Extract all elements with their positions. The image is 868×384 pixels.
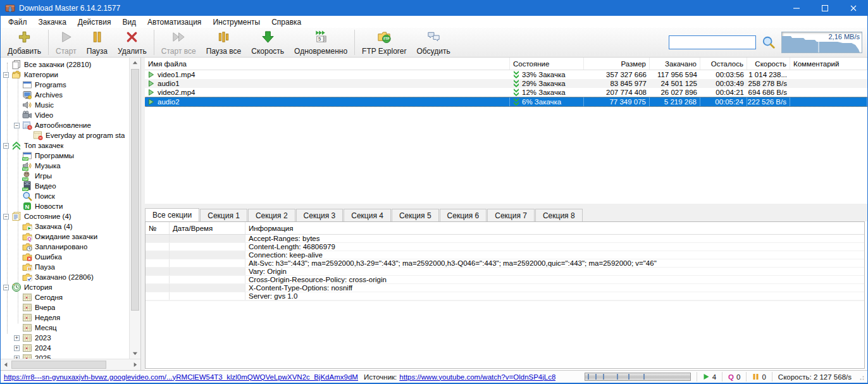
sidebar-item[interactable]: −Топ закачек <box>1 140 129 151</box>
tab-section-2[interactable]: Секция 2 <box>248 209 295 221</box>
sidebar-item[interactable]: −Состояние (4) <box>1 211 129 221</box>
sidebar-item[interactable]: TOPВидео <box>1 181 129 191</box>
toolbar-button-label: Добавить <box>8 47 41 56</box>
downloads-column-header[interactable]: Закачано <box>650 58 700 70</box>
search-input[interactable] <box>669 35 756 49</box>
sidebar-item[interactable]: Сегодня <box>1 292 129 302</box>
menu-item[interactable]: Действия <box>72 16 117 28</box>
close-button[interactable] <box>839 0 867 16</box>
sidebar-item[interactable]: Video <box>1 110 129 120</box>
tree-expand-toggle[interactable]: − <box>14 123 20 128</box>
minimize-button[interactable] <box>782 0 810 16</box>
toolbar-button-ftp-explorer[interactable]: FTPFTP Explorer <box>357 28 411 56</box>
schedule-icon <box>33 130 43 140</box>
scroll-right-icon[interactable] <box>130 360 140 369</box>
downloads-column-header[interactable]: Осталось <box>700 58 747 70</box>
sidebar-item[interactable]: +2024 <box>1 343 129 353</box>
toolbar-button-add[interactable]: Добавить <box>3 28 46 56</box>
toolbar-button-delete[interactable]: Удалить <box>113 28 152 56</box>
horizontal-splitter[interactable] <box>145 204 867 208</box>
tree-expand-toggle[interactable]: − <box>3 143 9 149</box>
menu-item[interactable]: Закачка <box>33 16 72 28</box>
sidebar-item[interactable]: Месяц <box>1 323 129 333</box>
menu-item[interactable]: Автоматизация <box>142 16 207 28</box>
sidebar-item[interactable]: Programs <box>1 80 129 90</box>
scroll-down-icon[interactable] <box>130 349 140 358</box>
scroll-thumb[interactable] <box>131 69 139 311</box>
sidebar-item[interactable]: TOPМузыка <box>1 161 129 171</box>
downloads-column-header[interactable]: Имя файла <box>145 58 510 70</box>
menu-item[interactable]: Вид <box>116 16 142 28</box>
sidebar-item[interactable]: NНовости <box>1 201 129 211</box>
sidebar-vertical-scrollbar[interactable] <box>129 58 140 359</box>
tab-section-4[interactable]: Секция 4 <box>344 209 391 221</box>
scroll-up-icon[interactable] <box>130 58 140 68</box>
tab-section-8[interactable]: Секция 8 <box>535 209 583 221</box>
toolbar-button-simultaneous[interactable]: 5Одновременно <box>289 28 352 56</box>
main-area: Все закачки (22810)−КатегорииProgramsArc… <box>1 58 867 370</box>
menu-item[interactable]: Файл <box>3 16 33 28</box>
sidebar-item[interactable]: Everyday at program sta <box>1 130 129 140</box>
source-url-link[interactable]: https://www.youtube.com/watch?v=OldnSP4j… <box>399 373 555 381</box>
top-video-icon: TOP <box>22 181 32 191</box>
tree-expand-spacer <box>14 244 20 250</box>
sidebar-item[interactable]: Archives <box>1 90 129 100</box>
sidebar-item[interactable]: Закачано (22806) <box>1 272 129 282</box>
sidebar-item[interactable]: −Автообновление <box>1 120 129 130</box>
menu-item[interactable]: Справка <box>266 16 307 28</box>
download-row[interactable]: video1.mp433% Закачка357 327 666117 956 … <box>145 70 867 79</box>
sidebar-item[interactable]: Запланировано <box>1 242 129 252</box>
scroll-left-icon[interactable] <box>1 360 11 369</box>
calendar-icon <box>22 302 32 313</box>
tree-expand-toggle[interactable]: + <box>14 356 20 359</box>
tab-section-3[interactable]: Секция 3 <box>296 209 344 221</box>
sidebar-item[interactable]: +2025 <box>1 353 129 359</box>
tab-section-1[interactable]: Секция 1 <box>200 209 247 221</box>
downloads-column-header[interactable]: Состояние <box>510 58 584 70</box>
sidebar-item[interactable]: Все закачки (22810) <box>1 59 129 70</box>
sidebar-item[interactable]: Вчера <box>1 302 129 313</box>
resize-grip[interactable] <box>858 374 864 380</box>
downloads-column-header[interactable]: Размер <box>584 58 650 70</box>
tree-expand-toggle[interactable]: + <box>14 345 20 351</box>
scroll-thumb[interactable] <box>11 361 106 369</box>
search-icon[interactable] <box>762 35 776 49</box>
toolbar-button-speed[interactable]: Скорость <box>246 28 289 56</box>
sidebar-item[interactable]: Поиск <box>1 191 129 201</box>
sidebar-item[interactable]: Неделя <box>1 313 129 323</box>
sidebar-item[interactable]: −Категории <box>1 70 129 80</box>
sidebar-item[interactable]: TOPИгры <box>1 171 129 181</box>
sidebar-horizontal-scrollbar[interactable] <box>1 359 140 370</box>
toolbar-button-pause-all[interactable]: Пауза все <box>201 28 247 56</box>
menu-item[interactable]: Инструменты <box>207 16 266 28</box>
tab-section-5[interactable]: Секция 5 <box>392 209 439 221</box>
downloads-column-header[interactable]: Скорость <box>747 58 790 70</box>
sidebar-item[interactable]: TOPПрограммы <box>1 151 129 161</box>
downloads-column-header[interactable]: Комментарий <box>790 58 867 70</box>
sidebar-item[interactable]: Пауза <box>1 262 129 272</box>
sidebar-item[interactable]: Ошибка <box>1 252 129 262</box>
sidebar-item[interactable]: +2023 <box>1 333 129 343</box>
toolbar-button-pause[interactable]: Пауза <box>82 28 113 56</box>
tree-expand-toggle[interactable]: − <box>3 214 9 220</box>
tab-all-sections[interactable]: Все секции <box>145 208 199 221</box>
log-num-cell <box>146 268 170 275</box>
download-row[interactable]: audio129% Закачка83 845 97724 501 12500:… <box>145 79 867 88</box>
download-row[interactable]: video2.mp412% Закачка207 774 40826 027 8… <box>145 88 867 97</box>
tab-section-6[interactable]: Секция 6 <box>440 209 487 221</box>
tab-section-7[interactable]: Секция 7 <box>487 209 535 221</box>
maximize-button[interactable] <box>810 0 839 16</box>
toolbar-button-discuss[interactable]: Обсудить <box>412 28 456 56</box>
tree-expand-toggle[interactable]: + <box>14 335 20 341</box>
sidebar-item[interactable]: Закачка (4) <box>1 221 129 232</box>
download-row[interactable]: audio26% Закачка77 349 0755 219 26800:05… <box>145 97 867 107</box>
sidebar-item[interactable]: QОжидание закачки <box>1 232 129 242</box>
sidebar-item[interactable]: Music <box>1 100 129 110</box>
tree-expand-spacer <box>3 62 9 68</box>
top-icon <box>11 140 22 151</box>
download-url-link[interactable]: https://rr8---sn-gvnuxaxjvh-bvwz.googlev… <box>4 373 358 381</box>
tree-expand-toggle[interactable]: − <box>3 285 9 290</box>
sidebar-item[interactable]: −История <box>1 282 129 292</box>
state-cell: 33% Закачка <box>510 70 584 79</box>
tree-expand-toggle[interactable]: − <box>3 72 9 78</box>
